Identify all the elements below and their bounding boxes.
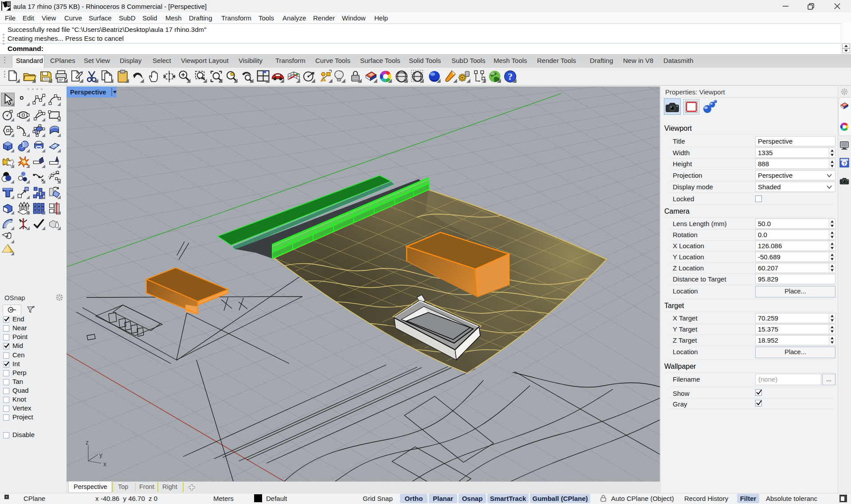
svg-text:z: z [86,439,89,446]
svg-text:?: ? [843,161,846,166]
svg-text:Perspective: Perspective [70,89,106,96]
svg-text:y: y [99,451,102,458]
svg-text:x: x [103,461,106,468]
svg-text:?: ? [508,71,513,82]
